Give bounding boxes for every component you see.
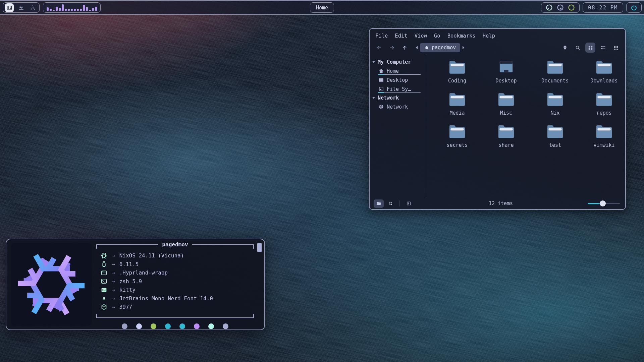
visualizer-bar xyxy=(83,5,85,11)
terminal-window[interactable]: pagedmov →NixOS 24.11 (Vicuna)→6.11.5→.H… xyxy=(6,239,265,330)
folder-label: Nix xyxy=(550,110,559,116)
power-button[interactable] xyxy=(626,2,642,13)
workspace-switcher[interactable] xyxy=(3,2,40,13)
folder-icon xyxy=(595,60,613,75)
folder-misc[interactable]: Misc xyxy=(483,92,530,116)
visualizer-bar xyxy=(92,8,94,11)
box-corner xyxy=(250,244,254,249)
arrow-right-icon: → xyxy=(112,304,115,310)
clock[interactable]: 08:22 PM xyxy=(583,2,623,13)
sidebar-item-home[interactable]: Home xyxy=(370,66,426,75)
detail-view-icon xyxy=(613,45,619,51)
menu-file[interactable]: File xyxy=(375,33,388,39)
icon-view-button[interactable] xyxy=(585,43,595,53)
tree-view-button[interactable] xyxy=(385,199,395,208)
files-scrollbar[interactable] xyxy=(625,57,626,195)
file-manager-window[interactable]: FileEditViewGoBookmarksHelp pagedmov xyxy=(369,28,626,210)
fastfetch-row: →NixOS 24.11 (Vicuna) xyxy=(101,252,252,259)
visualizer-bar xyxy=(80,9,82,11)
fastfetch-box-top: pagedmov xyxy=(96,244,254,249)
sidebar-group-my-computer[interactable]: My Computer xyxy=(370,58,426,66)
folder-documents[interactable]: Documents xyxy=(532,60,579,84)
folder-repos[interactable]: repos xyxy=(581,92,628,116)
folder-icon xyxy=(595,92,613,107)
forward-button[interactable] xyxy=(387,43,397,53)
sidebar-group-label: Network xyxy=(378,95,399,101)
up-button[interactable] xyxy=(399,43,410,53)
sidebar-group-network[interactable]: Network xyxy=(370,94,426,102)
collapse-triangle-icon xyxy=(372,61,375,63)
fm-files-pane: CodingDesktopDocumentsDownloadsMediaMisc… xyxy=(426,54,628,198)
toggle-sidebar-button[interactable] xyxy=(404,199,414,208)
menu-edit[interactable]: Edit xyxy=(395,33,407,39)
folder-icon xyxy=(546,60,564,75)
fastfetch-row: →kitty xyxy=(101,286,252,293)
folder-secrets[interactable]: secrets xyxy=(434,124,481,148)
location-button[interactable] xyxy=(560,43,570,53)
search-icon xyxy=(575,45,581,51)
zoom-slider[interactable] xyxy=(588,199,620,207)
show-files-button[interactable] xyxy=(374,199,384,208)
gauge-lavender-icon xyxy=(556,4,564,11)
arrow-right-icon: → xyxy=(112,269,115,276)
up-arrow-icon xyxy=(401,45,408,51)
folder-downloads[interactable]: Downloads xyxy=(581,60,628,84)
menu-help[interactable]: Help xyxy=(483,33,495,39)
folder-test[interactable]: test xyxy=(532,124,579,148)
folder-label: Documents xyxy=(541,78,569,84)
active-window-title[interactable]: Home xyxy=(310,2,334,13)
visualizer-bar xyxy=(95,7,97,11)
sidebar-item-filesy[interactable]: File Sy… xyxy=(370,84,426,94)
folder-vimwiki[interactable]: vimwiki xyxy=(581,124,628,148)
path-segment-button[interactable]: pagedmov xyxy=(420,43,460,52)
desktop: A Home 08:22 PM xyxy=(0,0,644,362)
terminal-palette xyxy=(96,323,254,329)
chevron-left-icon xyxy=(415,46,418,50)
box-corner xyxy=(96,244,100,249)
back-button[interactable] xyxy=(374,43,384,53)
folder-label: Desktop xyxy=(495,78,517,84)
top-bar-left xyxy=(3,2,101,13)
folder-label: Downloads xyxy=(590,78,618,84)
sidebar-item-network[interactable]: Network xyxy=(370,102,426,111)
palette-dot-3 xyxy=(151,323,156,329)
folder-media[interactable]: Media xyxy=(434,92,481,116)
palette-dot-1 xyxy=(122,323,127,329)
path-segment-label: pagedmov xyxy=(432,45,456,51)
collapse-triangle-icon xyxy=(372,97,375,99)
visualizer-bar xyxy=(86,7,88,11)
zoom-slider-knob[interactable] xyxy=(600,200,606,206)
globe-icon xyxy=(378,104,384,110)
workspace-1[interactable] xyxy=(5,3,14,12)
folder-label: vimwiki xyxy=(593,142,614,148)
folder-coding[interactable]: Coding xyxy=(434,60,481,84)
box-line xyxy=(192,244,250,245)
menu-bookmarks[interactable]: Bookmarks xyxy=(447,33,476,39)
menu-go[interactable]: Go xyxy=(434,33,440,39)
visualizer-bar xyxy=(68,9,70,11)
shell-prompt-icon xyxy=(101,278,107,285)
search-button[interactable] xyxy=(573,43,583,53)
sidebar-item-desktop[interactable]: Desktop xyxy=(370,75,426,84)
folder-share[interactable]: share xyxy=(483,124,530,148)
workspace-3[interactable] xyxy=(29,3,37,12)
detail-view-button[interactable] xyxy=(611,43,621,53)
folder-label: secrets xyxy=(446,142,468,148)
font-letter-icon xyxy=(101,295,107,302)
folder-icon xyxy=(448,60,466,75)
workspace-2[interactable] xyxy=(17,3,25,12)
tux-icon xyxy=(101,261,107,267)
home-icon xyxy=(424,45,429,50)
visualizer-bar xyxy=(62,4,64,11)
folder-icon xyxy=(497,92,515,107)
path-scroll-right[interactable] xyxy=(462,45,465,50)
path-scroll-left[interactable] xyxy=(415,45,418,50)
fastfetch-value: 3977 xyxy=(119,304,132,310)
fastfetch-row: →6.11.5 xyxy=(101,261,252,268)
folder-label: share xyxy=(498,142,514,148)
menu-view[interactable]: View xyxy=(415,33,427,39)
compact-view-button[interactable] xyxy=(598,43,608,53)
palette-dot-7 xyxy=(208,323,214,329)
folder-nix[interactable]: Nix xyxy=(532,92,579,116)
folder-desktop[interactable]: Desktop xyxy=(483,60,530,84)
